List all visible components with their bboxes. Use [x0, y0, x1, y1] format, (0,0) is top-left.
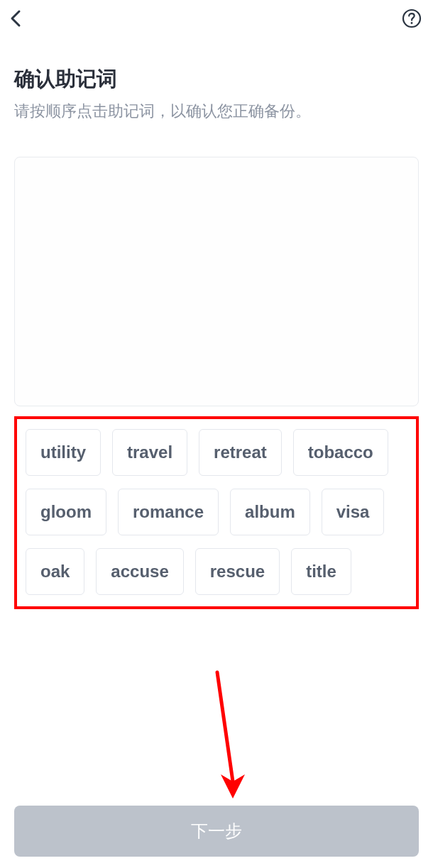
content: 确认助记词 请按顺序点击助记词，以确认您正确备份。 utility travel…: [0, 37, 433, 609]
footer: 下一步: [14, 806, 419, 857]
word-romance[interactable]: romance: [118, 489, 219, 535]
svg-point-1: [411, 22, 413, 24]
page-subtitle: 请按顺序点击助记词，以确认您正确备份。: [14, 101, 419, 123]
word-travel[interactable]: travel: [112, 429, 187, 476]
word-retreat[interactable]: retreat: [199, 429, 282, 476]
word-utility[interactable]: utility: [26, 429, 101, 476]
help-icon[interactable]: [402, 9, 422, 28]
word-accuse[interactable]: accuse: [96, 548, 183, 595]
page-title: 确认助记词: [14, 65, 419, 94]
word-rescue[interactable]: rescue: [195, 548, 280, 595]
back-icon[interactable]: [6, 9, 26, 28]
word-title[interactable]: title: [291, 548, 351, 595]
word-oak[interactable]: oak: [26, 548, 84, 595]
selected-words-area[interactable]: [14, 157, 419, 406]
word-gloom[interactable]: gloom: [26, 489, 106, 535]
header: [0, 0, 433, 37]
mnemonic-word-grid: utility travel retreat tobacco gloom rom…: [14, 416, 419, 609]
word-album[interactable]: album: [230, 489, 310, 535]
arrow-annotation-icon: [210, 668, 253, 803]
word-visa[interactable]: visa: [322, 489, 385, 535]
svg-line-2: [217, 672, 233, 781]
next-button[interactable]: 下一步: [14, 806, 419, 857]
svg-marker-3: [221, 774, 245, 799]
word-tobacco[interactable]: tobacco: [293, 429, 388, 476]
